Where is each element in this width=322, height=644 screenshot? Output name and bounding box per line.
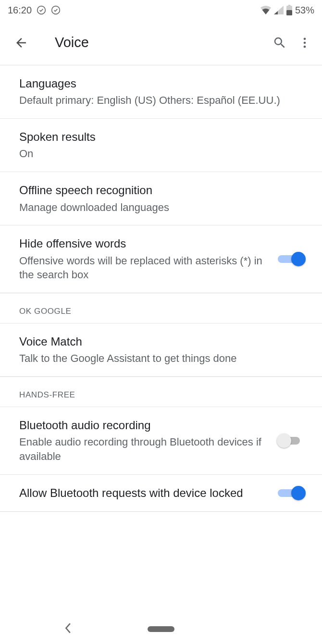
svg-point-5 <box>304 37 306 40</box>
battery-icon <box>286 5 292 15</box>
signal-icon <box>274 6 284 14</box>
bluetooth-locked-item[interactable]: Allow Bluetooth requests with device loc… <box>0 475 322 511</box>
svg-point-7 <box>304 45 306 48</box>
settings-list: Languages Default primary: English (US) … <box>0 65 322 512</box>
battery-percentage: 53% <box>295 5 314 16</box>
item-title: Offline speech recognition <box>19 183 293 198</box>
status-time: 16:20 <box>8 5 32 16</box>
offline-speech-item[interactable]: Offline speech recognition Manage downlo… <box>0 172 322 225</box>
svg-rect-4 <box>286 10 292 15</box>
section-header-hands-free: HANDS-FREE <box>0 377 322 407</box>
spoken-results-item[interactable]: Spoken results On <box>0 119 322 172</box>
nav-home-pill[interactable] <box>148 626 174 632</box>
more-button[interactable] <box>292 30 317 55</box>
check-circle-icon <box>51 5 61 15</box>
item-subtitle: Manage downloaded languages <box>19 200 293 215</box>
item-subtitle: Offensive words will be replaced with as… <box>19 254 268 282</box>
hide-offensive-switch[interactable] <box>278 251 303 267</box>
item-subtitle: On <box>19 147 293 161</box>
check-circle-icon <box>37 5 46 15</box>
item-subtitle: Talk to the Google Assistant to get thin… <box>19 351 293 366</box>
back-button[interactable] <box>12 34 30 51</box>
wifi-icon <box>260 6 271 14</box>
item-title: Voice Match <box>19 334 293 349</box>
search-button[interactable] <box>267 30 292 55</box>
page-title: Voice <box>55 35 267 50</box>
item-title: Spoken results <box>19 129 293 145</box>
svg-point-1 <box>52 6 60 14</box>
bluetooth-audio-item[interactable]: Bluetooth audio recording Enable audio r… <box>0 407 322 475</box>
languages-item[interactable]: Languages Default primary: English (US) … <box>0 65 322 119</box>
svg-rect-3 <box>288 5 290 6</box>
status-bar: 16:20 53% <box>0 0 322 20</box>
item-title: Hide offensive words <box>19 236 268 251</box>
item-title: Languages <box>19 76 293 91</box>
svg-point-0 <box>37 6 46 14</box>
app-bar: Voice <box>0 20 322 65</box>
item-subtitle: Enable audio recording through Bluetooth… <box>19 435 268 463</box>
navigation-bar <box>0 614 322 644</box>
voice-match-item[interactable]: Voice Match Talk to the Google Assistant… <box>0 323 322 376</box>
svg-point-6 <box>304 41 306 44</box>
item-title: Allow Bluetooth requests with device loc… <box>19 485 268 501</box>
bluetooth-audio-switch[interactable] <box>278 433 303 448</box>
section-header-ok-google: OK GOOGLE <box>0 293 322 323</box>
item-title: Bluetooth audio recording <box>19 418 268 433</box>
item-subtitle: Default primary: English (US) Others: Es… <box>19 93 293 108</box>
nav-back-button[interactable] <box>63 622 72 636</box>
bluetooth-locked-switch[interactable] <box>278 485 303 501</box>
hide-offensive-item[interactable]: Hide offensive words Offensive words wil… <box>0 225 322 293</box>
